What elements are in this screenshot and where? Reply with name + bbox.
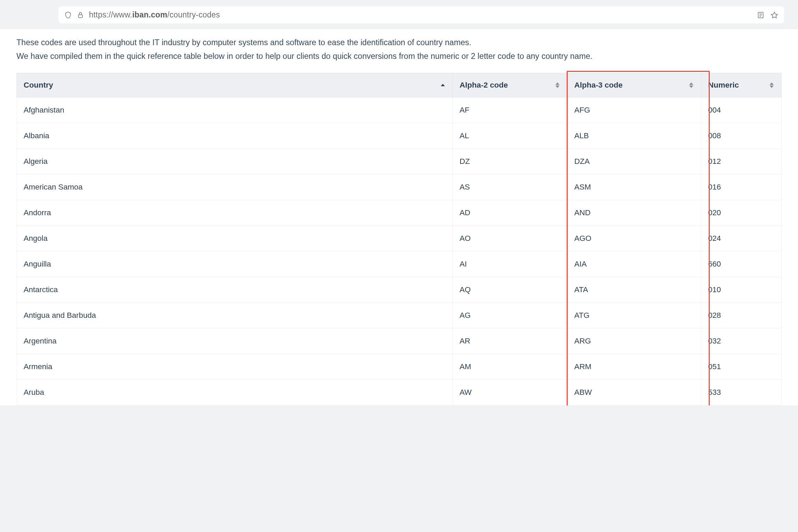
cell-numeric: 533 (701, 379, 782, 405)
header-alpha2[interactable]: Alpha-2 code (452, 73, 567, 97)
sort-asc-icon (441, 82, 446, 88)
cell-alpha2: AW (452, 379, 567, 405)
header-alpha3[interactable]: Alpha-3 code (567, 73, 701, 97)
url-right-icons (757, 11, 778, 19)
cell-alpha3: AIA (567, 251, 701, 277)
intro-line-2: We have compiled them in the quick refer… (16, 50, 782, 62)
cell-alpha3: AND (567, 200, 701, 225)
cell-country: Argentina (17, 328, 453, 354)
svg-rect-0 (78, 15, 82, 17)
page-content: These codes are used throughout the IT i… (0, 29, 798, 405)
cell-alpha2: AS (452, 174, 567, 200)
cell-alpha3: ARM (567, 354, 701, 379)
table-row: ArgentinaARARG032 (17, 328, 782, 354)
lock-icon[interactable] (77, 11, 84, 19)
cell-alpha2: AQ (452, 277, 567, 302)
header-alpha2-label: Alpha-2 code (460, 81, 508, 90)
cell-numeric: 024 (701, 225, 782, 251)
url-prefix: https://www. (89, 10, 132, 19)
table-row: American SamoaASASM016 (17, 174, 782, 200)
url-path: /country-codes (167, 10, 220, 19)
cell-country: Albania (17, 123, 453, 148)
cell-country: Antigua and Barbuda (17, 302, 453, 328)
cell-alpha2: AF (452, 97, 567, 123)
cell-alpha2: AR (452, 328, 567, 354)
cell-numeric: 032 (701, 328, 782, 354)
cell-country: Algeria (17, 148, 453, 174)
table-row: ArubaAWABW533 (17, 379, 782, 405)
url-bar[interactable]: https://www.iban.com/country-codes (58, 6, 784, 24)
cell-alpha2: AG (452, 302, 567, 328)
sort-both-icon (770, 82, 774, 88)
cell-alpha3: DZA (567, 148, 701, 174)
country-codes-table: Country Alpha-2 code (16, 73, 782, 405)
cell-alpha2: AL (452, 123, 567, 148)
table-wrap: Country Alpha-2 code (16, 73, 782, 405)
cell-numeric: 020 (701, 200, 782, 225)
cell-numeric: 660 (701, 251, 782, 277)
cell-country: American Samoa (17, 174, 453, 200)
table-row: AlgeriaDZDZA012 (17, 148, 782, 174)
cell-numeric: 016 (701, 174, 782, 200)
table-header-row: Country Alpha-2 code (17, 73, 782, 97)
cell-alpha3: ARG (567, 328, 701, 354)
sort-both-icon (555, 82, 560, 88)
cell-numeric: 010 (701, 277, 782, 302)
cell-country: Antarctica (17, 277, 453, 302)
url-domain: iban.com (132, 10, 167, 19)
cell-country: Aruba (17, 379, 453, 405)
browser-chrome: https://www.iban.com/country-codes (0, 0, 798, 29)
header-numeric[interactable]: Numeric (701, 73, 782, 97)
cell-alpha3: AFG (567, 97, 701, 123)
table-row: AntarcticaAQATA010 (17, 277, 782, 302)
table-row: AlbaniaALALB008 (17, 123, 782, 148)
intro-line-1: These codes are used throughout the IT i… (16, 36, 782, 49)
cell-alpha2: AM (452, 354, 567, 379)
cell-country: Angola (17, 225, 453, 251)
table-row: Antigua and BarbudaAGATG028 (17, 302, 782, 328)
cell-alpha2: AO (452, 225, 567, 251)
header-alpha3-label: Alpha-3 code (574, 81, 622, 90)
bookmark-star-icon[interactable] (771, 11, 778, 19)
cell-numeric: 028 (701, 302, 782, 328)
table-row: AndorraADAND020 (17, 200, 782, 225)
sort-both-icon (689, 82, 694, 88)
table-row: AngolaAOAGO024 (17, 225, 782, 251)
table-row: ArmeniaAMARM051 (17, 354, 782, 379)
cell-alpha3: ATA (567, 277, 701, 302)
cell-alpha2: AI (452, 251, 567, 277)
cell-numeric: 051 (701, 354, 782, 379)
cell-numeric: 008 (701, 123, 782, 148)
header-numeric-label: Numeric (708, 81, 739, 90)
cell-country: Armenia (17, 354, 453, 379)
url-bar-wrap: https://www.iban.com/country-codes (58, 6, 784, 24)
header-country[interactable]: Country (17, 73, 453, 97)
cell-country: Anguilla (17, 251, 453, 277)
cell-alpha3: ABW (567, 379, 701, 405)
cell-alpha2: AD (452, 200, 567, 225)
cell-numeric: 004 (701, 97, 782, 123)
cell-country: Afghanistan (17, 97, 453, 123)
shield-icon[interactable] (64, 11, 72, 19)
cell-alpha3: ASM (567, 174, 701, 200)
cell-alpha3: ATG (567, 302, 701, 328)
cell-alpha3: AGO (567, 225, 701, 251)
reader-mode-icon[interactable] (757, 11, 764, 19)
cell-numeric: 012 (701, 148, 782, 174)
intro-text: These codes are used throughout the IT i… (16, 36, 782, 63)
table-row: AnguillaAIAIA660 (17, 251, 782, 277)
url-text[interactable]: https://www.iban.com/country-codes (89, 10, 752, 20)
cell-country: Andorra (17, 200, 453, 225)
cell-alpha3: ALB (567, 123, 701, 148)
table-row: AfghanistanAFAFG004 (17, 97, 782, 123)
cell-alpha2: DZ (452, 148, 567, 174)
header-country-label: Country (24, 81, 53, 90)
